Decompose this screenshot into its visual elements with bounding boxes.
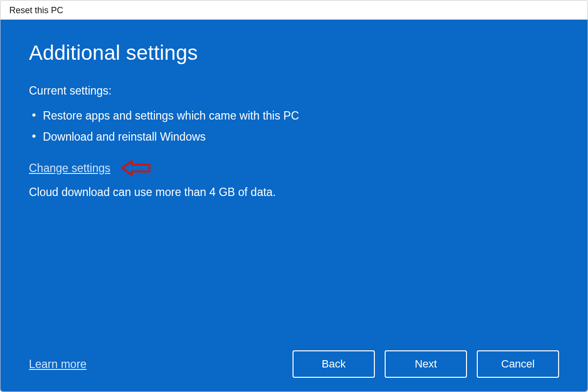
annotation-arrow-icon — [119, 158, 152, 178]
back-button[interactable]: Back — [293, 350, 375, 378]
next-button[interactable]: Next — [385, 350, 467, 378]
window-title: Reset this PC — [9, 5, 63, 15]
bullet-text: Restore apps and settings which came wit… — [43, 109, 299, 122]
current-settings-label: Current settings: — [29, 84, 559, 98]
bullet-text: Download and reinstall Windows — [43, 130, 205, 144]
learn-more-link[interactable]: Learn more — [29, 358, 87, 371]
dialog-window: Reset this PC Additional settings Curren… — [0, 0, 588, 392]
list-item: Restore apps and settings which came wit… — [29, 105, 559, 126]
dialog-footer: Learn more Back Next Cancel — [29, 350, 559, 378]
cancel-button[interactable]: Cancel — [477, 350, 559, 378]
data-usage-note: Cloud download can use more than 4 GB of… — [29, 186, 559, 199]
list-item: Download and reinstall Windows — [29, 126, 559, 147]
page-heading: Additional settings — [29, 41, 559, 65]
button-row: Back Next Cancel — [293, 350, 559, 378]
dialog-content: Additional settings Current settings: Re… — [0, 20, 588, 392]
change-settings-row: Change settings — [29, 158, 559, 178]
window-title-bar: Reset this PC — [0, 0, 588, 20]
change-settings-link[interactable]: Change settings — [29, 162, 110, 175]
settings-bullet-list: Restore apps and settings which came wit… — [29, 105, 559, 147]
